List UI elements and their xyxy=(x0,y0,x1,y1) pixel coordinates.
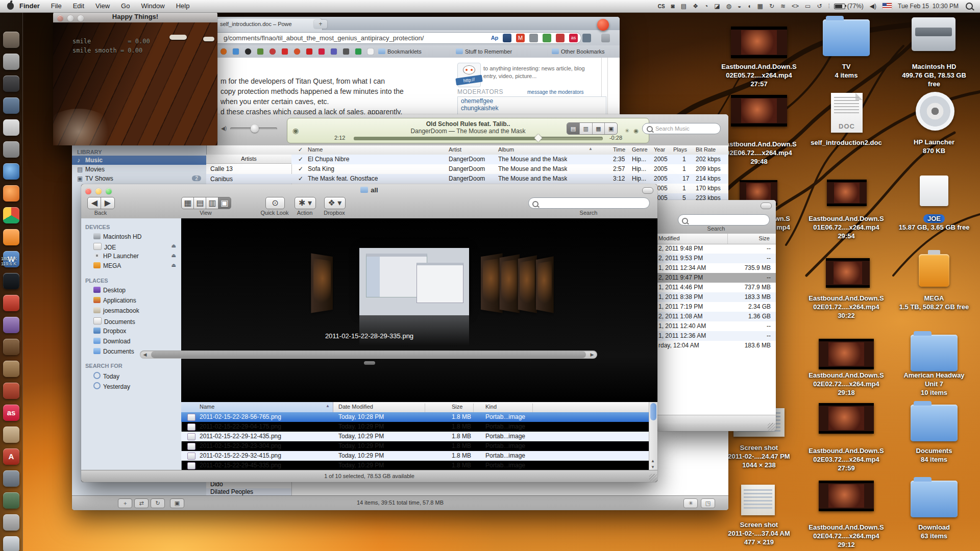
dropbox-button[interactable]: ❖ ▾ xyxy=(324,197,346,209)
menu-file[interactable]: File xyxy=(45,0,67,12)
file-row[interactable]: 1, 2011 12:36 AM-- xyxy=(656,331,776,341)
favicon[interactable] xyxy=(331,48,337,55)
search-field[interactable] xyxy=(678,214,770,226)
dock-app-icon[interactable] xyxy=(3,383,19,399)
coverflow-selected-item[interactable] xyxy=(359,248,469,315)
check-column[interactable]: ✓ xyxy=(298,146,303,153)
track-row[interactable]: ✓ El Chupa Nibre DangerDoom The Mouse an… xyxy=(291,155,728,164)
calendar-icon[interactable]: ▦ xyxy=(754,3,766,10)
favicon[interactable] xyxy=(270,48,276,55)
favicon[interactable] xyxy=(282,48,288,55)
pane-splitter-handle[interactable] xyxy=(364,361,375,365)
file-row[interactable]: rday, 12:04 AM183.6 MB xyxy=(656,341,776,350)
scrollbar-thumb[interactable] xyxy=(650,403,656,420)
menu-finder[interactable]: Finder xyxy=(14,0,45,12)
column-divider[interactable] xyxy=(727,234,728,244)
message-moderators-link[interactable]: message the moderators xyxy=(527,89,584,95)
wrench-icon[interactable] xyxy=(601,34,610,42)
sidebar-item-joe[interactable]: JOE xyxy=(93,243,116,251)
list-view-icon[interactable]: ▤ xyxy=(567,123,580,134)
dock-app-icon[interactable] xyxy=(3,295,19,311)
file-row[interactable]: 2011-02-15-22-29-04-175.pngToday, 10:29 … xyxy=(181,422,649,432)
menu-go[interactable]: Go xyxy=(115,0,135,12)
toolbar-toggle-widget[interactable] xyxy=(642,187,653,194)
file-row[interactable]: 2011-02-15-22-29-12-435.pngToday, 10:29 … xyxy=(181,432,649,441)
sync-arrows-icon[interactable]: ↻ xyxy=(766,3,777,10)
sidebar-item-hp-launcher[interactable]: HP Launcher xyxy=(93,253,139,260)
dock-app-icon[interactable] xyxy=(3,119,19,136)
resize-grip[interactable] xyxy=(768,423,775,431)
menu-view[interactable]: View xyxy=(90,0,115,12)
lamp-icon[interactable]: ◍ xyxy=(723,3,734,10)
dock-app-icon[interactable] xyxy=(3,97,19,114)
view-switcher[interactable]: ▤▥▦▣ xyxy=(567,122,618,135)
code-brackets-icon[interactable]: <> xyxy=(789,3,802,10)
coverflow-item[interactable] xyxy=(500,254,520,313)
search-field[interactable] xyxy=(528,197,650,209)
dock-app-icon[interactable] xyxy=(3,141,19,158)
track-row[interactable]: ✓ Sofa King DangerDoom The Mouse and the… xyxy=(291,164,728,174)
menu-help[interactable]: Help xyxy=(170,0,195,12)
file-row[interactable]: 1, 2011 12:34 AM735.9 MB xyxy=(656,263,776,273)
spaces-icon[interactable]: ⁞ xyxy=(825,3,832,10)
dock-app-icon[interactable] xyxy=(3,492,19,509)
audioscrobbler-icon[interactable]: CS xyxy=(655,4,668,9)
progress-thumb[interactable] xyxy=(534,134,543,142)
icon-view-button[interactable]: ▦ xyxy=(181,197,194,209)
horizontal-scrollbar[interactable] xyxy=(656,415,776,423)
favicon[interactable] xyxy=(294,48,300,55)
file-row[interactable]: 2011-02-15-22-29-32-415.pngToday, 10:29 … xyxy=(181,451,649,461)
favicon[interactable] xyxy=(355,48,361,55)
sidebar-item-movies[interactable]: ▤Movies xyxy=(72,165,206,174)
coverflow-item[interactable] xyxy=(311,253,333,313)
clipboard-icon[interactable]: ▤ xyxy=(678,3,690,10)
list-view-button[interactable]: ▤ xyxy=(193,197,207,209)
lastfm-dock-icon[interactable]: as xyxy=(3,405,19,421)
back-button[interactable]: ◀ xyxy=(87,197,102,209)
file-row[interactable]: 1, 2011 12:40 AM-- xyxy=(656,321,776,331)
coverflow-scrollbar[interactable]: ◀ ▶ xyxy=(140,350,597,359)
eject-icon[interactable]: ⏏ xyxy=(172,243,176,248)
zoom-button[interactable] xyxy=(78,15,84,21)
sidebar-item-applications[interactable]: Applications xyxy=(93,297,136,304)
genius-icon[interactable]: ✳ xyxy=(625,128,629,134)
youtube-favicon[interactable] xyxy=(306,48,312,55)
chrome-dock-icon[interactable] xyxy=(3,207,19,223)
lastfm-icon[interactable]: as xyxy=(569,34,578,42)
sidebar-item-macintosh-hd[interactable]: Macintosh HD xyxy=(93,233,141,240)
scrollbar-thumb[interactable] xyxy=(151,351,586,358)
firefox-dock-icon[interactable] xyxy=(3,185,19,202)
track-row[interactable]: ✓ The Mask feat. Ghostface DangerDoom Th… xyxy=(291,174,728,184)
sync-box-icon[interactable]: ❖ xyxy=(690,3,701,10)
istat-dock-icon[interactable] xyxy=(3,273,19,289)
volume-slider[interactable]: ◀) xyxy=(221,126,277,132)
dock-app-icon[interactable] xyxy=(3,361,19,377)
dock-app-icon[interactable] xyxy=(3,514,19,531)
paperclip-icon[interactable] xyxy=(529,34,538,42)
coverflow-area[interactable] xyxy=(181,218,657,402)
artist-row[interactable]: Dilated Peoples xyxy=(206,488,291,496)
file-row[interactable]: 2, 2011 1:08 AM1.36 GB xyxy=(656,312,776,321)
toolbar-toggle-widget[interactable] xyxy=(761,203,772,209)
itunes-search-field[interactable]: Search Music xyxy=(642,123,721,134)
coverflow-view-icon[interactable]: ▣ xyxy=(605,123,617,134)
dock-app-icon[interactable] xyxy=(3,339,19,355)
minimize-button[interactable] xyxy=(67,15,74,21)
evernote-icon[interactable]: ◖ xyxy=(744,3,754,10)
lastfm-favicon[interactable] xyxy=(318,48,325,55)
time-machine-icon[interactable]: ↺ xyxy=(814,3,825,10)
artist-row[interactable]: Canibus xyxy=(206,174,291,184)
dock-app-icon[interactable] xyxy=(3,32,19,48)
file-row[interactable]: 2011-02-15-22-29-45-335.pngToday, 10:29 … xyxy=(181,461,649,470)
favicon[interactable] xyxy=(220,48,227,55)
file-row[interactable]: 1, 2011 8:38 PM183.3 MB xyxy=(656,292,776,302)
file-row[interactable]: 2011-02-15-22-29-23-304.pngToday, 10:29 … xyxy=(181,441,649,451)
screen-capture-icon[interactable]: ◪ xyxy=(711,3,723,10)
file-row[interactable]: 1, 2011 7:19 PM2.34 GB xyxy=(656,302,776,312)
close-button[interactable] xyxy=(57,15,63,21)
sidebar-item-desktop[interactable]: Desktop xyxy=(93,287,126,294)
dock-app-icon[interactable] xyxy=(3,317,19,333)
coverflow-button[interactable]: ◳ xyxy=(701,498,715,508)
scroll-right-icon[interactable]: ▶ xyxy=(589,351,596,358)
menu-clock[interactable]: Tue Feb 15 10:30 PM xyxy=(895,3,962,10)
